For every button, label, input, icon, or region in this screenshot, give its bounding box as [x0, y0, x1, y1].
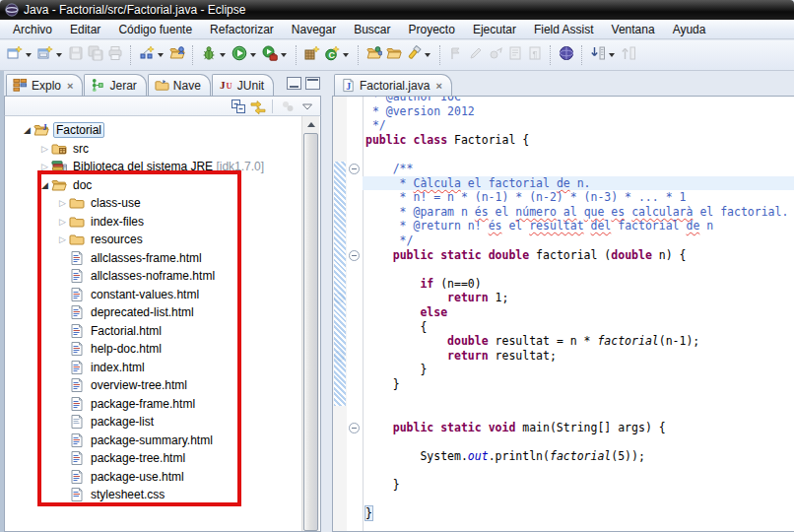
menu-buscar[interactable]: Buscar [345, 21, 399, 38]
open-file-icon[interactable] [384, 43, 404, 67]
tree-item-package-frame-html[interactable]: package-frame.html [5, 395, 320, 414]
html-file-icon [69, 396, 85, 412]
hierarchy-icon [91, 78, 105, 93]
maximize-icon[interactable] [305, 77, 320, 90]
view-menu-icon[interactable] [298, 98, 316, 115]
toolbar-group [557, 43, 576, 67]
expander-closed-icon[interactable]: ▷ [38, 144, 51, 154]
tab-jerar[interactable]: Jerar [84, 74, 146, 96]
dropdown-arrow-icon[interactable] [26, 53, 32, 57]
tree-item-factorial-html[interactable]: Factorial.html [5, 322, 320, 341]
html-file-icon [69, 377, 85, 393]
tree-item-index-html[interactable]: index.html [5, 359, 320, 377]
folder-icon [69, 232, 85, 247]
menu-archivo[interactable]: Archivo [4, 21, 61, 38]
menu-editar[interactable]: Editar [61, 21, 109, 38]
dropdown-arrow-icon[interactable] [343, 53, 349, 57]
scrollbar-up-icon[interactable] [302, 116, 319, 132]
tree-item-allclasses-noframe-html[interactable]: allclasses-noframe.html [5, 267, 320, 286]
link-with-editor-icon[interactable] [249, 98, 267, 115]
html-file-icon [69, 250, 85, 266]
expander-closed-icon[interactable]: ▷ [56, 217, 69, 227]
tab-junit[interactable]: JUJUnit [212, 74, 274, 96]
tree-item-class-use[interactable]: ▷class-use [5, 194, 320, 213]
tree-item-package-tree-html[interactable]: package-tree.html [5, 449, 320, 468]
menu-field-assist[interactable]: Field Assist [525, 21, 603, 38]
tree-item-package-summary-html[interactable]: package-summary.html [5, 432, 320, 450]
dropdown-arrow-icon[interactable] [220, 53, 226, 57]
editor-content[interactable]: * @author IOC * @version 2012 */public c… [332, 96, 794, 532]
code-line: * Càlcula el factorial de n. [363, 176, 794, 191]
run-icon[interactable] [230, 43, 260, 67]
web-browser-icon[interactable] [557, 43, 576, 67]
dropdown-arrow-icon[interactable] [425, 53, 430, 57]
debug-icon[interactable] [199, 43, 230, 67]
tree-item-resources[interactable]: ▷resources [5, 231, 320, 249]
tree-item-package-list[interactable]: package-list [5, 413, 320, 432]
eclipse-logo-icon [5, 3, 19, 17]
tree-item-help-doc-html[interactable]: help-doc.html [5, 340, 320, 359]
menu-ayuda[interactable]: Ayuda [664, 21, 715, 38]
code-line [365, 391, 794, 406]
menu-proyecto[interactable]: Proyecto [400, 21, 464, 38]
html-file-icon [69, 341, 85, 357]
tree-item-deprecated-list-html[interactable]: deprecated-list.html [5, 303, 320, 322]
tree-item-index-files[interactable]: ▷index-files [5, 213, 320, 232]
code-line: } [365, 478, 794, 493]
dropdown-arrow-icon[interactable] [250, 53, 256, 57]
new-java-wizard-icon[interactable] [137, 43, 167, 67]
tree-item-package-use-html[interactable]: package-use.html [5, 468, 320, 487]
tree-item-allclasses-frame-html[interactable]: allclasses-frame.html [5, 249, 320, 268]
menu-c-digo-fuente[interactable]: Código fuente [109, 21, 201, 38]
tree-item-label: help-doc.html [89, 342, 164, 356]
tab-explo[interactable]: Explo× [6, 74, 83, 96]
run-history-icon[interactable] [260, 43, 291, 67]
tree-item-doc[interactable]: ◢doc [5, 176, 320, 195]
dropdown-arrow-icon[interactable] [56, 53, 62, 57]
scrollbar-thumb[interactable] [303, 133, 318, 531]
explorer-scrollbar[interactable] [301, 116, 319, 531]
tree-item-stylesheet-css[interactable]: stylesheet.css [5, 486, 320, 504]
tab-nave[interactable]: Nave [148, 74, 211, 96]
expander-open-icon[interactable]: ◢ [21, 125, 33, 135]
dropdown-arrow-icon[interactable] [281, 53, 287, 57]
close-icon[interactable]: × [435, 80, 441, 92]
open-task-icon[interactable] [167, 43, 187, 67]
dropdown-arrow-icon[interactable] [609, 53, 615, 57]
menu-refactorizar[interactable]: Refactorizar [201, 21, 283, 38]
menu-navegar[interactable]: Navegar [283, 21, 345, 38]
jre-library-icon [51, 159, 67, 174]
tree-item-overview-tree-html[interactable]: overview-tree.html [5, 376, 320, 395]
expander-open-icon[interactable]: ◢ [38, 180, 51, 190]
expander-closed-icon[interactable]: ▷ [56, 198, 69, 208]
next-annotation-icon[interactable] [588, 43, 619, 67]
tree-item-label: index-files [89, 215, 146, 229]
tree-item-src[interactable]: ▷src [5, 140, 320, 159]
svg-text:U: U [226, 81, 232, 91]
new-class-icon[interactable]: C [322, 43, 353, 67]
tree-item-factorial[interactable]: ◢JFactorial [5, 121, 320, 140]
new-wizard-icon[interactable] [5, 43, 35, 67]
tree-item-constant-values-html[interactable]: constant-values.html [5, 286, 320, 304]
expander-closed-icon[interactable]: ▷ [56, 234, 69, 244]
tree-item-biblioteca-del-sistema-jre[interactable]: ▷Biblioteca del sistema JRE [jdk1.7.0] [5, 158, 320, 176]
tree-item-label: deprecated-list.html [89, 305, 196, 319]
collapse-all-icon[interactable] [230, 98, 247, 115]
explorer-tree-area[interactable]: ◢JFactorial▷src▷Biblioteca del sistema J… [4, 116, 321, 532]
close-icon[interactable]: × [67, 80, 73, 92]
open-type-icon[interactable] [364, 43, 384, 67]
new-project-icon[interactable] [35, 43, 66, 67]
tree-item-label: Factorial.html [89, 324, 164, 338]
menu-ventana[interactable]: Ventana [603, 21, 664, 38]
search-icon[interactable] [404, 43, 434, 67]
tab-factorial-java[interactable]: JFactorial.java× [334, 74, 452, 96]
code-area[interactable]: * @author IOC * @version 2012 */public c… [333, 97, 794, 531]
new-java-project-icon[interactable] [302, 43, 322, 67]
expander-closed-icon[interactable]: ▷ [38, 162, 51, 171]
menu-ejecutar[interactable]: Ejecutar [464, 21, 525, 38]
dropdown-arrow-icon[interactable] [158, 53, 164, 57]
window-title: Java - Factorial/src/Factorial.java - Ec… [24, 3, 245, 17]
toolbar-separator [358, 45, 360, 65]
minimize-icon[interactable] [287, 77, 301, 90]
toolbar-group [588, 43, 638, 67]
